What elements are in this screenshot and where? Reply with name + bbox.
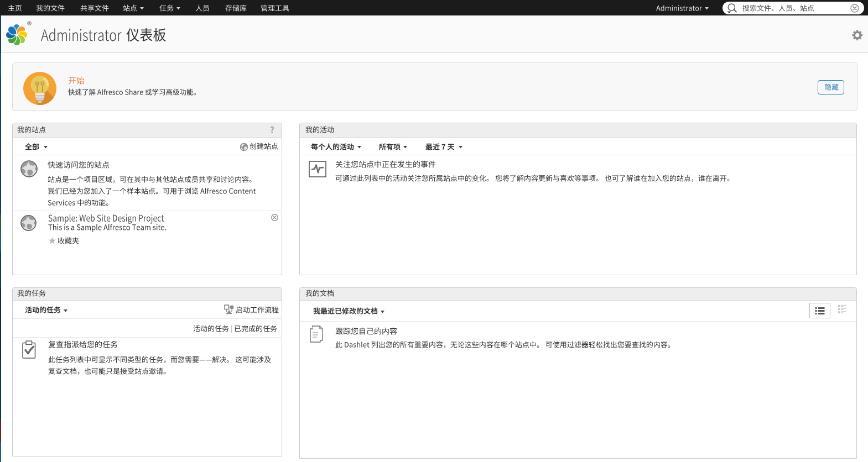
- svg-text:R: R: [28, 22, 30, 25]
